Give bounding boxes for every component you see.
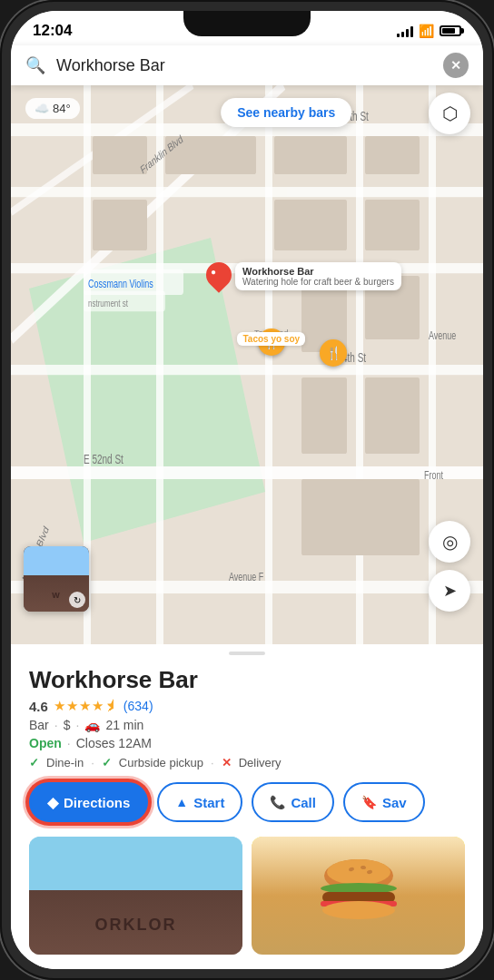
layers-icon: ⬡	[442, 103, 458, 124]
map-thumbnail[interactable]: W ↻	[24, 546, 89, 612]
burger-svg	[313, 850, 404, 941]
star-2: ★	[66, 698, 78, 714]
cloud-icon: ☁️	[35, 102, 49, 115]
status-time: 12:04	[33, 22, 72, 40]
building-image[interactable]: ORKLOR	[29, 837, 242, 955]
star-half: ⯨	[104, 698, 118, 714]
price: $	[64, 718, 71, 732]
tacos-label-name: Tacos yo soy	[237, 332, 305, 346]
service-check-1: ✓	[29, 756, 39, 769]
business-panel: Workhorse Bar 4.6 ★ ★ ★ ★ ⯨ (634) Bar · …	[11, 659, 483, 969]
category: Bar	[29, 718, 49, 732]
svg-text:Avenue F: Avenue F	[229, 570, 264, 583]
svg-rect-26	[301, 479, 420, 555]
search-icon: 🔍	[25, 55, 45, 75]
map-navigate-button[interactable]: ➤	[429, 570, 470, 612]
svg-text:Front: Front	[424, 468, 443, 481]
image-gallery: ORKLOR	[11, 837, 483, 955]
map-marker-label: Workhorse Bar Watering hole for craft be…	[235, 262, 401, 290]
drive-time: 21 min	[105, 718, 143, 732]
save-icon: 🔖	[361, 795, 377, 809]
svg-rect-20	[365, 136, 420, 174]
business-name: Workhorse Bar	[29, 666, 465, 694]
start-icon: ▲	[175, 795, 188, 809]
map-container[interactable]: W 55th St E 54th St E 52nd St N Loop Blv…	[11, 85, 483, 644]
save-label: Sav	[382, 795, 407, 810]
star-4: ★	[92, 698, 104, 714]
location-target-icon: ◎	[442, 531, 458, 553]
battery-icon	[440, 25, 461, 36]
close-icon: ✕	[450, 58, 461, 73]
navigate-icon: ➤	[443, 581, 457, 601]
separator-2: ·	[75, 718, 79, 732]
star-1: ★	[54, 698, 65, 714]
weather-badge: ☁️ 84°	[25, 98, 80, 119]
wifi-icon: 📶	[419, 24, 434, 38]
map-location-button[interactable]: ◎	[429, 521, 470, 563]
svg-rect-15	[93, 136, 147, 174]
svg-rect-10	[265, 85, 272, 644]
services-row: ✓ Dine-in · ✓ Curbside pickup · ✕ Delive…	[29, 756, 465, 769]
map-marker-workhorse[interactable]: Workhorse Bar Watering hole for craft be…	[206, 262, 401, 295]
search-bar: 🔍 Workhorse Bar ✕	[11, 45, 483, 85]
nearby-bars-button[interactable]: See nearby bars	[221, 98, 351, 127]
save-button[interactable]: 🔖 Sav	[343, 782, 425, 822]
svg-rect-21	[365, 200, 420, 250]
thumbnail-text: W	[52, 591, 61, 600]
drag-pill	[229, 652, 265, 655]
status-icons: 📶	[397, 24, 461, 38]
svg-point-40	[327, 859, 390, 885]
svg-text:Avenue: Avenue	[429, 328, 456, 341]
separator-5: ·	[211, 756, 214, 769]
review-count: (634)	[124, 699, 153, 713]
svg-text:E 52nd St: E 52nd St	[84, 453, 124, 467]
temperature: 84°	[53, 102, 71, 115]
closing-time: Closes 12AM	[76, 736, 152, 750]
marker-business-name: Workhorse Bar	[242, 266, 394, 277]
call-button[interactable]: 📞 Call	[252, 782, 334, 822]
svg-rect-19	[274, 200, 347, 250]
svg-rect-18	[274, 136, 347, 174]
call-label: Call	[291, 795, 316, 810]
phone-screen: 12:04 📶 🔍 Workhorse Bar ✕	[11, 11, 483, 969]
svg-point-47	[322, 901, 395, 919]
separator-1: ·	[54, 718, 58, 732]
star-3: ★	[79, 698, 91, 714]
service-delivery: Delivery	[239, 756, 282, 769]
map-layers-button[interactable]: ⬡	[429, 93, 470, 134]
notch	[183, 11, 311, 36]
search-clear-button[interactable]: ✕	[443, 53, 469, 78]
svg-text:nstrument st: nstrument st	[88, 297, 128, 309]
food-marker2-icon: 🍴	[320, 339, 347, 367]
svg-rect-3	[11, 187, 483, 197]
meta-row: Bar · $ · 🚗 21 min	[29, 718, 465, 732]
separator-4: ·	[91, 756, 94, 769]
phone-frame: 12:04 📶 🔍 Workhorse Bar ✕	[0, 0, 494, 980]
svg-rect-5	[11, 365, 483, 375]
directions-button[interactable]: ◆ Directions	[29, 782, 148, 822]
service-curbside: Curbside pickup	[119, 756, 203, 769]
rating-row: 4.6 ★ ★ ★ ★ ⯨ (634)	[29, 698, 465, 714]
directions-label: Directions	[64, 795, 130, 810]
svg-text:Cossmann Violins: Cossmann Violins	[88, 277, 153, 289]
action-buttons: ◆ Directions ▲ Start 📞 Call 🔖 Sav	[29, 782, 465, 822]
food-image[interactable]	[252, 837, 465, 955]
call-icon: 📞	[270, 795, 285, 809]
drag-handle[interactable]	[11, 644, 483, 659]
svg-rect-25	[365, 377, 420, 454]
marker-business-desc: Watering hole for craft beer & burgers	[242, 277, 394, 287]
drive-icon: 🚗	[84, 718, 100, 732]
svg-rect-6	[11, 466, 483, 479]
start-button[interactable]: ▲ Start	[157, 782, 242, 822]
status-bar: 12:04 📶	[11, 11, 483, 45]
map-marker-tacos[interactable]: 🍴 Tacos yo soy Top rated	[254, 328, 289, 338]
svg-rect-24	[301, 377, 347, 454]
search-input[interactable]: Workhorse Bar	[56, 56, 432, 75]
service-dinein: Dine-in	[46, 756, 84, 769]
service-x-delivery: ✕	[222, 756, 232, 769]
hours-row: Open · Closes 12AM	[29, 736, 465, 750]
map-pin-icon	[206, 262, 232, 295]
rating-number: 4.6	[29, 699, 48, 714]
thumbnail-refresh-icon[interactable]: ↻	[69, 592, 85, 608]
directions-icon: ◆	[47, 794, 58, 811]
